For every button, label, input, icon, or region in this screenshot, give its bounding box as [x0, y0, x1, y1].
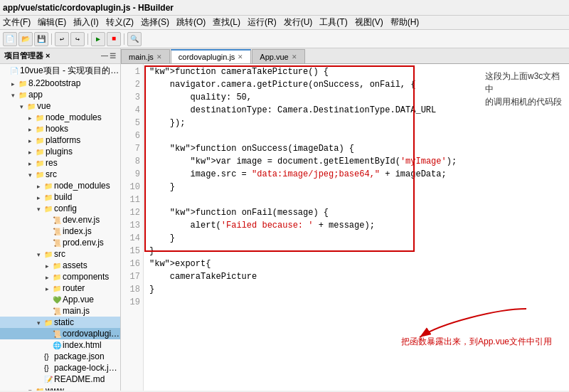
stop-btn[interactable]: ■: [107, 32, 121, 46]
run-btn[interactable]: ▶: [91, 32, 105, 46]
menu-insert[interactable]: 插入(I): [73, 16, 98, 28]
sidebar-item[interactable]: ▾📁app: [0, 89, 120, 100]
save-btn[interactable]: 💾: [34, 32, 48, 46]
line-number: 3: [121, 91, 140, 104]
menu-help[interactable]: 帮助(H): [390, 16, 420, 28]
sidebar-item[interactable]: ▸📁node_modules: [0, 180, 120, 191]
tab-cordovaplugin-js[interactable]: cordovaplugin.js ✕: [171, 49, 252, 63]
sidebar-header-icons: — ☰: [101, 52, 116, 60]
code-line[interactable]: [149, 129, 563, 142]
sidebar-item[interactable]: ▾📁static: [0, 317, 120, 328]
tab-main-js[interactable]: main.js ✕: [121, 49, 170, 63]
sidebar-item[interactable]: ▸📁assets: [0, 260, 120, 271]
sidebar-item[interactable]: ▸📁platforms: [0, 134, 120, 146]
line-number: 6: [121, 129, 140, 142]
search-btn[interactable]: 🔍: [127, 32, 142, 46]
menu-view[interactable]: 视图(V): [355, 16, 383, 28]
sidebar-item[interactable]: 📜cordovaplugin.js: [0, 328, 120, 339]
sidebar-item[interactable]: ▸📁build: [0, 191, 120, 203]
sidebar-item[interactable]: 🌐index.html: [0, 339, 120, 351]
sidebar-item[interactable]: ▸📁node_modules: [0, 112, 120, 123]
menu-file[interactable]: 文件(F): [3, 16, 31, 28]
toolbar-sep-1: [51, 33, 52, 45]
tab-app-vue[interactable]: App.vue ✕: [252, 49, 304, 63]
tab-cordovaplugin-js-label: cordovaplugin.js: [179, 53, 235, 61]
line-number: 1: [121, 65, 140, 78]
menu-bar: app/vue/static/cordovaplugin.js - HBuild…: [0, 0, 569, 16]
open-btn[interactable]: 📂: [18, 32, 33, 46]
sidebar-item[interactable]: ▸📁plugins: [0, 146, 120, 157]
line-number: 17: [121, 270, 140, 283]
line-number: 15: [121, 245, 140, 258]
new-file-btn[interactable]: 📄: [3, 32, 17, 46]
menu-convert[interactable]: 转义(Z): [106, 16, 134, 28]
line-number: 4: [121, 104, 140, 117]
code-line[interactable]: }: [149, 181, 563, 194]
sidebar-menu-icon[interactable]: ☰: [110, 52, 116, 60]
menu-edit[interactable]: 编辑(E): [38, 16, 66, 28]
redo-btn[interactable]: ↪: [70, 32, 85, 46]
code-line[interactable]: }: [149, 245, 563, 258]
app-menu[interactable]: 文件(F) 编辑(E) 插入(I) 转义(Z) 选择(S) 跳转(O) 查找(L…: [0, 16, 569, 30]
sidebar-item[interactable]: ▾📁config: [0, 203, 120, 214]
sidebar: 项目管理器 × — ☰ 📄10vue项目 - 实现项目的统一返回按钮功能▸📁8.…: [0, 48, 121, 391]
line-number: 11: [121, 194, 140, 206]
editor-content[interactable]: 12345678910111213141516171819 "kw">funct…: [121, 64, 569, 391]
menu-run[interactable]: 运行(R): [248, 16, 277, 28]
code-line[interactable]: image.src = "data:image/jpeg;base64," + …: [149, 168, 563, 181]
line-number: 13: [121, 219, 140, 232]
line-number: 19: [121, 296, 140, 309]
sidebar-item[interactable]: 📜prod.env.js: [0, 237, 120, 248]
sidebar-item[interactable]: 📜dev.env.js: [0, 214, 120, 226]
code-line[interactable]: });: [149, 117, 563, 129]
arrow-label: 把函数暴露出来，到App.vue文件中引用: [398, 336, 555, 348]
line-number: 7: [121, 142, 140, 155]
line-number: 14: [121, 232, 140, 245]
tab-app-vue-close[interactable]: ✕: [292, 53, 297, 60]
code-line[interactable]: [149, 194, 563, 206]
code-line[interactable]: "kw">function onFail(message) {: [149, 206, 563, 219]
sidebar-item[interactable]: ▾📁src: [0, 169, 120, 180]
main-layout: 项目管理器 × — ☰ 📄10vue项目 - 实现项目的统一返回按钮功能▸📁8.…: [0, 48, 569, 391]
code-line[interactable]: }: [149, 283, 563, 296]
line-numbers: 12345678910111213141516171819: [121, 64, 144, 391]
sidebar-item[interactable]: 📜index.js: [0, 226, 120, 237]
menu-find[interactable]: 查找(L): [213, 16, 240, 28]
tab-cordovaplugin-js-close[interactable]: ✕: [238, 53, 243, 60]
sidebar-item[interactable]: 📄10vue项目 - 实现项目的统一返回按钮功能: [0, 64, 120, 78]
sidebar-item[interactable]: 💚App.vue: [0, 294, 120, 305]
sidebar-collapse-icon[interactable]: —: [101, 52, 108, 60]
undo-btn[interactable]: ↩: [55, 32, 69, 46]
sidebar-item[interactable]: ▾📁www: [0, 385, 120, 391]
sidebar-item[interactable]: ▾📁vue: [0, 100, 120, 112]
toolbar-sep-3: [124, 33, 124, 45]
code-line[interactable]: alert('Failed because: ' + message);: [149, 219, 563, 232]
code-line[interactable]: "kw">function onSuccess(imageData) {: [149, 142, 563, 155]
sidebar-item[interactable]: ▸📁hooks: [0, 123, 120, 134]
annotation-text-box: 这段为上面w3c文档中的调用相机的代码段: [485, 70, 563, 108]
tab-app-vue-label: App.vue: [260, 53, 288, 61]
arrow-annotation: 把函数暴露出来，到App.vue文件中引用: [398, 302, 555, 348]
sidebar-item[interactable]: {}package-lock.json: [0, 362, 120, 374]
sidebar-item[interactable]: ▸📁components: [0, 271, 120, 282]
editor-area: main.js ✕ cordovaplugin.js ✕ App.vue ✕ 1…: [121, 48, 569, 391]
tab-main-js-close[interactable]: ✕: [156, 53, 162, 60]
sidebar-item[interactable]: {}package.json: [0, 351, 120, 362]
sidebar-item[interactable]: 📜main.js: [0, 305, 120, 317]
menu-publish[interactable]: 发行(U): [284, 16, 313, 28]
code-line[interactable]: "kw">export{: [149, 258, 563, 270]
sidebar-item[interactable]: 📝README.md: [0, 374, 120, 385]
sidebar-item[interactable]: ▸📁router: [0, 282, 120, 294]
menu-tools[interactable]: 工具(T): [319, 16, 347, 28]
code-line[interactable]: cameraTakePicture: [149, 270, 563, 283]
sidebar-title: 项目管理器 ×: [4, 51, 50, 61]
code-line[interactable]: }: [149, 232, 563, 245]
sidebar-header: 项目管理器 × — ☰: [0, 48, 120, 64]
menu-jump[interactable]: 跳转(O): [176, 16, 206, 28]
sidebar-item[interactable]: ▸📁8.22bootstrap: [0, 78, 120, 89]
line-number: 12: [121, 206, 140, 219]
code-line[interactable]: "kw">var image = document.getElementById…: [149, 155, 563, 168]
menu-select[interactable]: 选择(S): [141, 16, 169, 28]
sidebar-item[interactable]: ▾📁src: [0, 248, 120, 260]
sidebar-item[interactable]: ▸📁res: [0, 157, 120, 169]
